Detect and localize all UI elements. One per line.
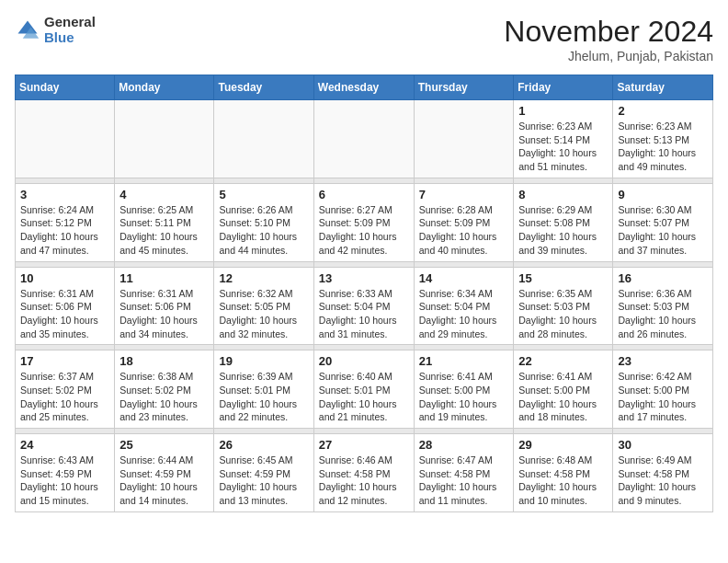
calendar-cell <box>115 100 214 178</box>
day-number: 18 <box>119 354 209 368</box>
day-info: Sunrise: 6:35 AM Sunset: 5:03 PM Dayligh… <box>518 287 608 341</box>
calendar-cell: 27Sunrise: 6:46 AM Sunset: 4:58 PM Dayli… <box>313 434 414 512</box>
logo-blue-text: Blue <box>44 30 96 46</box>
day-info: Sunrise: 6:43 AM Sunset: 4:59 PM Dayligh… <box>20 454 109 508</box>
day-info: Sunrise: 6:49 AM Sunset: 4:58 PM Dayligh… <box>618 454 708 508</box>
day-number: 4 <box>119 188 209 201</box>
calendar-cell: 1Sunrise: 6:23 AM Sunset: 5:14 PM Daylig… <box>514 100 613 178</box>
month-title: November 2024 <box>504 15 713 49</box>
day-info: Sunrise: 6:33 AM Sunset: 5:04 PM Dayligh… <box>319 287 409 341</box>
calendar-cell <box>414 100 514 178</box>
calendar-week-row: 17Sunrise: 6:37 AM Sunset: 5:02 PM Dayli… <box>16 350 713 429</box>
calendar-cell: 5Sunrise: 6:26 AM Sunset: 5:10 PM Daylig… <box>214 183 313 261</box>
calendar-cell: 14Sunrise: 6:34 AM Sunset: 5:04 PM Dayli… <box>414 267 514 345</box>
calendar-cell: 9Sunrise: 6:30 AM Sunset: 5:07 PM Daylig… <box>613 183 713 261</box>
calendar-cell: 15Sunrise: 6:35 AM Sunset: 5:03 PM Dayli… <box>514 267 613 345</box>
day-number: 8 <box>518 188 608 201</box>
calendar-cell <box>16 100 115 178</box>
calendar-cell: 23Sunrise: 6:42 AM Sunset: 5:00 PM Dayli… <box>613 350 713 429</box>
weekday-header-tuesday: Tuesday <box>214 75 313 100</box>
weekday-header-sunday: Sunday <box>16 75 115 100</box>
logo: General Blue <box>15 15 96 45</box>
weekday-header-wednesday: Wednesday <box>313 75 414 100</box>
day-number: 23 <box>618 354 708 368</box>
day-number: 25 <box>119 438 209 452</box>
day-info: Sunrise: 6:31 AM Sunset: 5:06 PM Dayligh… <box>119 287 209 341</box>
calendar-cell: 3Sunrise: 6:24 AM Sunset: 5:12 PM Daylig… <box>16 183 115 261</box>
day-info: Sunrise: 6:39 AM Sunset: 5:01 PM Dayligh… <box>219 370 308 424</box>
calendar-cell: 29Sunrise: 6:48 AM Sunset: 4:58 PM Dayli… <box>514 434 613 512</box>
day-number: 26 <box>219 438 308 452</box>
day-info: Sunrise: 6:42 AM Sunset: 5:00 PM Dayligh… <box>618 370 708 424</box>
calendar-cell: 16Sunrise: 6:36 AM Sunset: 5:03 PM Dayli… <box>613 267 713 345</box>
day-info: Sunrise: 6:32 AM Sunset: 5:05 PM Dayligh… <box>219 287 308 341</box>
calendar-cell: 18Sunrise: 6:38 AM Sunset: 5:02 PM Dayli… <box>115 350 214 429</box>
day-info: Sunrise: 6:45 AM Sunset: 4:59 PM Dayligh… <box>219 454 308 508</box>
calendar-cell: 30Sunrise: 6:49 AM Sunset: 4:58 PM Dayli… <box>613 434 713 512</box>
day-number: 10 <box>20 271 109 285</box>
day-info: Sunrise: 6:30 AM Sunset: 5:07 PM Dayligh… <box>618 203 708 258</box>
day-number: 13 <box>319 271 409 285</box>
day-number: 5 <box>219 188 308 201</box>
day-info: Sunrise: 6:37 AM Sunset: 5:02 PM Dayligh… <box>20 370 109 424</box>
calendar-week-row: 10Sunrise: 6:31 AM Sunset: 5:06 PM Dayli… <box>16 267 713 345</box>
day-info: Sunrise: 6:41 AM Sunset: 5:00 PM Dayligh… <box>419 370 509 424</box>
calendar-cell: 6Sunrise: 6:27 AM Sunset: 5:09 PM Daylig… <box>313 183 414 261</box>
day-info: Sunrise: 6:23 AM Sunset: 5:14 PM Dayligh… <box>518 120 608 174</box>
day-info: Sunrise: 6:38 AM Sunset: 5:02 PM Dayligh… <box>119 370 209 424</box>
day-number: 30 <box>618 438 708 452</box>
day-info: Sunrise: 6:28 AM Sunset: 5:09 PM Dayligh… <box>419 203 509 258</box>
calendar-cell: 28Sunrise: 6:47 AM Sunset: 4:58 PM Dayli… <box>414 434 514 512</box>
weekday-header-friday: Friday <box>514 75 613 100</box>
day-info: Sunrise: 6:29 AM Sunset: 5:08 PM Dayligh… <box>518 203 608 258</box>
day-number: 2 <box>618 104 708 118</box>
calendar-cell: 24Sunrise: 6:43 AM Sunset: 4:59 PM Dayli… <box>16 434 115 512</box>
day-number: 21 <box>419 354 509 368</box>
day-number: 3 <box>20 188 109 201</box>
day-number: 11 <box>119 271 209 285</box>
day-number: 29 <box>518 438 608 452</box>
calendar-cell: 19Sunrise: 6:39 AM Sunset: 5:01 PM Dayli… <box>214 350 313 429</box>
page-header: General Blue November 2024 Jhelum, Punja… <box>15 15 713 63</box>
calendar-cell: 25Sunrise: 6:44 AM Sunset: 4:59 PM Dayli… <box>115 434 214 512</box>
calendar-cell: 20Sunrise: 6:40 AM Sunset: 5:01 PM Dayli… <box>313 350 414 429</box>
calendar-cell: 7Sunrise: 6:28 AM Sunset: 5:09 PM Daylig… <box>414 183 514 261</box>
logo-general-text: General <box>44 15 96 30</box>
calendar-cell: 8Sunrise: 6:29 AM Sunset: 5:08 PM Daylig… <box>514 183 613 261</box>
day-number: 6 <box>319 188 409 201</box>
calendar-cell: 11Sunrise: 6:31 AM Sunset: 5:06 PM Dayli… <box>115 267 214 345</box>
day-info: Sunrise: 6:47 AM Sunset: 4:58 PM Dayligh… <box>419 454 509 508</box>
day-info: Sunrise: 6:34 AM Sunset: 5:04 PM Dayligh… <box>419 287 509 341</box>
calendar-cell: 22Sunrise: 6:41 AM Sunset: 5:00 PM Dayli… <box>514 350 613 429</box>
title-block: November 2024 Jhelum, Punjab, Pakistan <box>504 15 713 63</box>
logo-icon <box>15 17 40 43</box>
day-info: Sunrise: 6:26 AM Sunset: 5:10 PM Dayligh… <box>219 203 308 258</box>
day-number: 16 <box>618 271 708 285</box>
calendar-cell: 13Sunrise: 6:33 AM Sunset: 5:04 PM Dayli… <box>313 267 414 345</box>
day-number: 24 <box>20 438 109 452</box>
weekday-header-row: SundayMondayTuesdayWednesdayThursdayFrid… <box>16 75 713 100</box>
day-number: 22 <box>518 354 608 368</box>
day-info: Sunrise: 6:27 AM Sunset: 5:09 PM Dayligh… <box>319 203 409 258</box>
location-subtitle: Jhelum, Punjab, Pakistan <box>504 49 713 63</box>
day-info: Sunrise: 6:23 AM Sunset: 5:13 PM Dayligh… <box>618 120 708 174</box>
day-info: Sunrise: 6:46 AM Sunset: 4:58 PM Dayligh… <box>319 454 409 508</box>
day-number: 14 <box>419 271 509 285</box>
calendar-cell: 4Sunrise: 6:25 AM Sunset: 5:11 PM Daylig… <box>115 183 214 261</box>
day-number: 9 <box>618 188 708 201</box>
calendar-cell: 26Sunrise: 6:45 AM Sunset: 4:59 PM Dayli… <box>214 434 313 512</box>
day-info: Sunrise: 6:41 AM Sunset: 5:00 PM Dayligh… <box>518 370 608 424</box>
day-number: 15 <box>518 271 608 285</box>
day-number: 27 <box>319 438 409 452</box>
day-info: Sunrise: 6:25 AM Sunset: 5:11 PM Dayligh… <box>119 203 209 258</box>
calendar-cell: 17Sunrise: 6:37 AM Sunset: 5:02 PM Dayli… <box>16 350 115 429</box>
calendar-cell: 10Sunrise: 6:31 AM Sunset: 5:06 PM Dayli… <box>16 267 115 345</box>
day-info: Sunrise: 6:31 AM Sunset: 5:06 PM Dayligh… <box>20 287 109 341</box>
calendar-week-row: 24Sunrise: 6:43 AM Sunset: 4:59 PM Dayli… <box>16 434 713 512</box>
day-number: 20 <box>319 354 409 368</box>
day-info: Sunrise: 6:48 AM Sunset: 4:58 PM Dayligh… <box>518 454 608 508</box>
weekday-header-thursday: Thursday <box>414 75 514 100</box>
day-info: Sunrise: 6:40 AM Sunset: 5:01 PM Dayligh… <box>319 370 409 424</box>
calendar-cell <box>313 100 414 178</box>
weekday-header-monday: Monday <box>115 75 214 100</box>
